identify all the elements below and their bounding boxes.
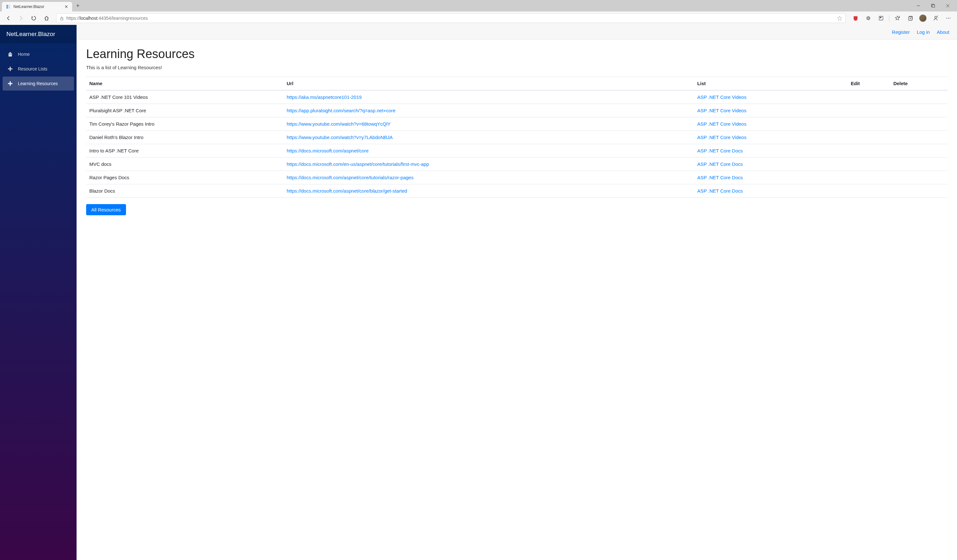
cell-edit [848, 185, 890, 198]
cell-edit [848, 90, 890, 104]
profile-avatar[interactable] [917, 13, 929, 24]
extension-ublock-icon[interactable] [850, 13, 862, 24]
extension-circle-icon[interactable] [862, 13, 874, 24]
cell-name: MVC docs [86, 158, 284, 171]
browser-chrome: NetLearner.Blazor ✕ + https://loca [0, 0, 957, 25]
sidebar-item-label: Resource Lists [18, 66, 47, 71]
cell-edit [848, 171, 890, 185]
sidebar-item-home[interactable]: Home [3, 47, 74, 61]
favorites-icon[interactable] [891, 13, 903, 24]
cell-name: Tim Corey's Razor Pages Intro [86, 117, 284, 131]
cell-url-link[interactable]: https://aka.ms/aspnetcore101-2019 [287, 95, 362, 100]
url-path: /learningresources [111, 16, 148, 21]
cell-url-link[interactable]: https://docs.microsoft.com/en-us/aspnet/… [287, 161, 429, 167]
table-row: Intro to ASP .NET Core https://docs.micr… [86, 144, 948, 158]
cell-delete [890, 144, 948, 158]
svg-rect-11 [880, 17, 881, 18]
url-text: https://localhost:44354/learningresource… [66, 16, 834, 21]
cell-url-link[interactable]: https://docs.microsoft.com/aspnet/core/b… [287, 188, 407, 194]
cell-edit [848, 158, 890, 171]
cell-delete [890, 171, 948, 185]
tab-bar: NetLearner.Blazor ✕ + [0, 0, 957, 11]
cell-edit [848, 104, 890, 117]
forward-button[interactable] [15, 13, 27, 24]
cell-edit [848, 144, 890, 158]
table-row: Blazor Docs https://docs.microsoft.com/a… [86, 185, 948, 198]
register-link[interactable]: Register [892, 29, 910, 35]
svg-point-9 [867, 17, 869, 19]
new-tab-button[interactable]: + [73, 1, 82, 10]
close-window-button[interactable] [940, 1, 955, 11]
table-row: Tim Corey's Razor Pages Intro https://ww… [86, 117, 948, 131]
toolbar-right [850, 13, 954, 24]
col-delete: Delete [890, 77, 948, 91]
cell-edit [848, 131, 890, 144]
tab-title: NetLearner.Blazor [13, 5, 62, 9]
cell-url-link[interactable]: https://app.pluralsight.com/search/?q=as… [287, 108, 396, 113]
all-resources-button[interactable]: All Resources [86, 204, 126, 215]
cell-list-link[interactable]: ASP .NET Core Videos [697, 95, 747, 100]
col-edit: Edit [848, 77, 890, 91]
cell-list-link[interactable]: ASP .NET Core Docs [697, 161, 743, 167]
refresh-button[interactable] [28, 13, 39, 24]
cell-delete [890, 158, 948, 171]
cell-url-link[interactable]: https://docs.microsoft.com/aspnet/core/t… [287, 175, 414, 180]
url-host: localhost [80, 16, 97, 21]
svg-rect-0 [6, 5, 8, 9]
toolbar-divider [889, 15, 889, 21]
minimize-button[interactable] [911, 1, 926, 11]
svg-rect-7 [61, 18, 63, 20]
sidebar-item-learning-resources[interactable]: Learning Resources [3, 77, 74, 91]
more-options-icon[interactable] [942, 13, 954, 24]
cell-list-link[interactable]: ASP .NET Core Docs [697, 175, 743, 180]
tab-close-icon[interactable]: ✕ [65, 4, 68, 9]
cell-name: Pluralsight ASP .NET Core [86, 104, 284, 117]
cell-list-link[interactable]: ASP .NET Core Videos [697, 134, 747, 140]
svg-rect-1 [8, 5, 10, 9]
back-button[interactable] [3, 13, 14, 24]
cell-list-link[interactable]: ASP .NET Core Docs [697, 188, 743, 194]
sidebar-item-label: Home [18, 52, 30, 57]
resources-table: Name Url List Edit Delete ASP .NET Core … [86, 77, 948, 198]
col-list: List [694, 77, 848, 91]
collections-icon[interactable] [904, 13, 916, 24]
svg-point-18 [946, 18, 947, 19]
cell-list-link[interactable]: ASP .NET Core Videos [697, 121, 747, 126]
table-row: Daniel Roth's Blazor Intro https://www.y… [86, 131, 948, 144]
app-container: NetLearner.Blazor Home Resource Lists Le… [0, 25, 957, 560]
plus-icon [7, 80, 13, 87]
favorite-icon[interactable] [837, 16, 842, 21]
address-bar[interactable]: https://localhost:44354/learningresource… [56, 13, 846, 23]
svg-point-20 [950, 18, 950, 19]
cell-delete [890, 104, 948, 117]
cell-url-link[interactable]: https://docs.microsoft.com/aspnet/core [287, 148, 369, 153]
feedback-icon[interactable] [930, 13, 942, 24]
maximize-button[interactable] [926, 1, 940, 11]
window-controls [911, 1, 955, 11]
browser-tab[interactable]: NetLearner.Blazor ✕ [2, 2, 72, 11]
cell-list-link[interactable]: ASP .NET Core Docs [697, 148, 743, 153]
home-button[interactable] [41, 13, 52, 24]
sidebar-item-resource-lists[interactable]: Resource Lists [3, 62, 74, 76]
cell-name: Razor Pages Docs [86, 171, 284, 185]
lock-icon [60, 16, 64, 21]
cell-list-link[interactable]: ASP .NET Core Videos [697, 108, 747, 113]
about-link[interactable]: About [937, 29, 949, 35]
extension-panel-icon[interactable] [875, 13, 887, 24]
cell-delete [890, 185, 948, 198]
main-area: Register Log in About Learning Resources… [77, 25, 957, 560]
sidebar: NetLearner.Blazor Home Resource Lists Le… [0, 25, 77, 560]
cell-url-link[interactable]: https://www.youtube.com/watch?v=y7LAbdoN… [287, 134, 393, 140]
col-name: Name [86, 77, 284, 91]
sidebar-brand[interactable]: NetLearner.Blazor [0, 25, 77, 43]
cell-url-link[interactable]: https://www.youtube.com/watch?v=68towqYc… [287, 121, 391, 126]
svg-rect-4 [932, 5, 935, 7]
table-row: ASP .NET Core 101 Videos https://aka.ms/… [86, 90, 948, 104]
login-link[interactable]: Log in [917, 29, 930, 35]
cell-name: Intro to ASP .NET Core [86, 144, 284, 158]
home-icon [7, 51, 13, 57]
cell-edit [848, 117, 890, 131]
cell-delete [890, 90, 948, 104]
svg-point-17 [935, 16, 936, 18]
table-row: Pluralsight ASP .NET Core https://app.pl… [86, 104, 948, 117]
